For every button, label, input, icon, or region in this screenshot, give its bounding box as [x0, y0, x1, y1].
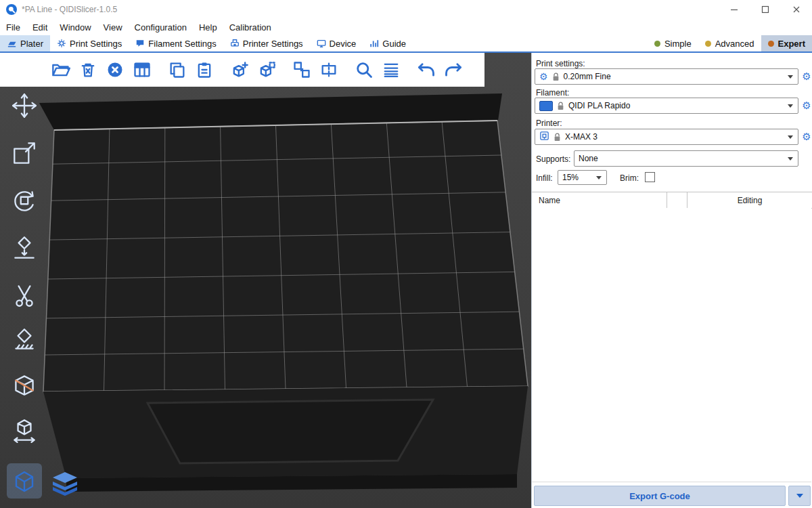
- open-project-icon[interactable]: [50, 59, 72, 81]
- tab-bar: Plater Print Settings Filament Settings …: [0, 35, 812, 53]
- menu-bar: File Edit Window View Configuration Help…: [0, 19, 812, 35]
- column-extruder: [667, 192, 687, 208]
- tab-plater[interactable]: Plater: [0, 35, 50, 51]
- guide-icon: [369, 39, 379, 48]
- tab-label: Guide: [382, 39, 406, 49]
- delete-object-icon[interactable]: [77, 59, 99, 81]
- infill-value: 15%: [562, 173, 579, 182]
- editor-view-toggle[interactable]: [7, 463, 42, 499]
- simple-mode-dot-icon: [654, 41, 660, 47]
- app-logo-icon: [5, 3, 18, 16]
- delete-all-icon[interactable]: [104, 59, 126, 81]
- print-profile-value: 0.20mm Fine: [564, 72, 611, 81]
- chevron-down-icon: [796, 494, 803, 498]
- cut-tool-icon[interactable]: [7, 278, 42, 313]
- chevron-down-icon: [788, 104, 793, 108]
- filament-profile-value: QIDI PLA Rapido: [568, 101, 630, 110]
- printer-combo[interactable]: X-MAX 3: [535, 129, 798, 145]
- preview-view-toggle[interactable]: [46, 466, 84, 500]
- filament-label: Filament:: [536, 88, 569, 98]
- undo-icon[interactable]: [415, 59, 437, 81]
- move-tool-icon[interactable]: [7, 88, 42, 123]
- menu-file[interactable]: File: [0, 19, 26, 35]
- copy-icon[interactable]: [166, 59, 188, 81]
- print-settings-combo[interactable]: ⚙ 0.20mm Fine: [535, 68, 798, 85]
- menu-edit[interactable]: Edit: [26, 19, 53, 35]
- printer-icon: [539, 131, 549, 143]
- menu-view[interactable]: View: [97, 19, 129, 35]
- 3d-viewport-canvas[interactable]: [0, 53, 531, 508]
- remove-instance-icon[interactable]: [256, 59, 277, 81]
- lock-icon: [557, 102, 564, 110]
- filament-settings-gear-button[interactable]: ⚙: [800, 100, 812, 112]
- paste-icon[interactable]: [194, 59, 215, 81]
- printer-profile-value: X-MAX 3: [565, 132, 597, 142]
- tab-print-settings[interactable]: Print Settings: [50, 35, 129, 51]
- menu-help[interactable]: Help: [193, 19, 223, 35]
- 3d-viewport[interactable]: [0, 53, 531, 508]
- mode-label: Expert: [778, 39, 805, 49]
- gear-icon: [57, 39, 66, 48]
- advanced-mode-dot-icon: [705, 41, 711, 47]
- window-controls: [719, 0, 812, 19]
- filament-combo[interactable]: QIDI PLA Rapido: [535, 98, 798, 114]
- menu-calibration[interactable]: Calibration: [223, 19, 277, 35]
- rotate-tool-icon[interactable]: [7, 183, 42, 218]
- supports-value: None: [579, 154, 598, 163]
- window-title: *PA Line - QIDISlicer-1.0.5: [22, 5, 117, 14]
- printer-settings-gear-button[interactable]: ⚙: [800, 131, 812, 143]
- object-list[interactable]: [532, 208, 811, 482]
- paint-supports-tool-icon[interactable]: [7, 322, 42, 358]
- column-editing: Editing: [687, 192, 812, 208]
- chevron-down-icon: [788, 157, 793, 161]
- arrange-icon[interactable]: [131, 59, 153, 81]
- place-on-face-tool-icon[interactable]: [7, 230, 42, 266]
- chevron-down-icon: [788, 135, 793, 139]
- redo-icon[interactable]: [443, 59, 464, 81]
- mode-advanced[interactable]: Advanced: [698, 35, 761, 51]
- expert-mode-dot-icon: [768, 41, 774, 47]
- object-list-header: Name Editing: [532, 192, 812, 209]
- minimize-button[interactable]: [719, 0, 750, 19]
- lock-icon: [554, 133, 561, 142]
- infill-label: Infill:: [536, 173, 553, 183]
- print-settings-label: Print settings:: [536, 59, 585, 68]
- menu-window[interactable]: Window: [53, 19, 97, 35]
- tab-device[interactable]: Device: [310, 35, 363, 51]
- scale-tool-icon[interactable]: [7, 135, 42, 171]
- chevron-down-icon: [788, 75, 793, 79]
- supports-combo[interactable]: None: [574, 150, 798, 167]
- print-settings-gear-button[interactable]: ⚙: [800, 70, 812, 83]
- tab-printer-settings[interactable]: Printer Settings: [223, 35, 310, 51]
- split-parts-icon[interactable]: [318, 59, 340, 81]
- brim-label: Brim:: [620, 173, 639, 183]
- mode-simple[interactable]: Simple: [648, 35, 698, 51]
- tab-guide[interactable]: Guide: [363, 35, 413, 51]
- search-icon[interactable]: [353, 59, 375, 81]
- tab-label: Filament Settings: [148, 39, 216, 49]
- export-gcode-button[interactable]: Export G-code: [534, 486, 786, 506]
- tab-label: Printer Settings: [243, 39, 303, 49]
- variable-layer-height-icon[interactable]: [380, 59, 402, 81]
- seam-painting-tool-icon[interactable]: [7, 367, 42, 402]
- settings-panel: Print settings: ⚙ 0.20mm Fine ⚙ Filament…: [531, 53, 812, 508]
- maximize-button[interactable]: [750, 0, 781, 19]
- export-gcode-label: Export G-code: [629, 491, 690, 501]
- export-options-button[interactable]: [788, 486, 811, 506]
- lock-icon: [552, 72, 560, 81]
- close-button[interactable]: [781, 0, 812, 19]
- chevron-down-icon: [596, 176, 602, 179]
- split-objects-icon[interactable]: [291, 59, 313, 81]
- tab-filament-settings[interactable]: Filament Settings: [129, 35, 223, 51]
- brim-checkbox[interactable]: [645, 172, 655, 182]
- infill-combo[interactable]: 15%: [558, 170, 607, 185]
- tab-label: Device: [330, 39, 357, 49]
- mode-expert[interactable]: Expert: [761, 35, 812, 51]
- measure-tool-icon[interactable]: [7, 413, 42, 448]
- supports-label: Supports:: [536, 154, 570, 164]
- plater-icon: [7, 39, 17, 49]
- mode-switcher: Simple Advanced Expert: [648, 35, 812, 51]
- filament-color-swatch: [539, 101, 553, 111]
- add-instance-icon[interactable]: [229, 59, 250, 81]
- menu-configuration[interactable]: Configuration: [129, 19, 193, 35]
